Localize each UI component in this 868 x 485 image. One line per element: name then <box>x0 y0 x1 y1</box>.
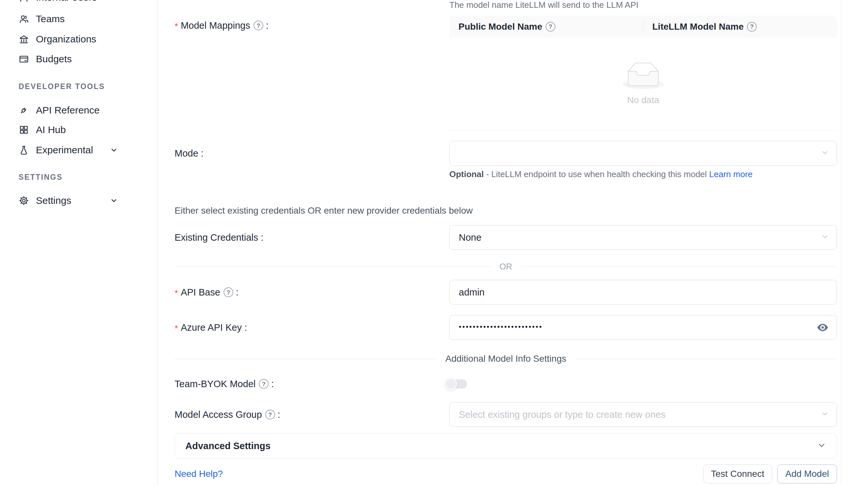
learn-more-link[interactable]: Learn more <box>709 169 752 179</box>
sidebar-item-label: AI Hub <box>36 124 66 135</box>
additional-model-info-divider: Additional Model Info Settings <box>175 353 837 365</box>
existing-credentials-value: None <box>459 232 481 243</box>
model-access-group-label: Model Access Group ? : <box>175 402 280 427</box>
no-data-text: No data <box>627 95 659 105</box>
team-byok-label: Team-BYOK Model ? : <box>175 375 274 393</box>
need-help-link[interactable]: Need Help? <box>175 464 223 483</box>
appstore-icon <box>19 125 29 135</box>
model-mappings-table: Public Model Name ? LiteLLM Model Name ?… <box>450 15 837 130</box>
advanced-settings-panel[interactable]: Advanced Settings <box>175 433 837 459</box>
credit-card-icon <box>19 54 29 64</box>
sidebar-item-internal-users[interactable]: Internal Users <box>0 0 158 8</box>
mode-select[interactable] <box>450 141 837 166</box>
required-marker: * <box>175 288 178 298</box>
litellm-model-name-hint: The model name LiteLLM will send to the … <box>450 0 639 10</box>
sidebar: Internal Users Teams Organizations Budge… <box>0 0 158 485</box>
existing-credentials-label: Existing Credentials : <box>175 225 264 250</box>
sidebar-item-label: Teams <box>36 13 65 25</box>
masked-password-value: •••••••••••••••••••••••• <box>459 323 542 331</box>
gear-icon <box>19 195 29 206</box>
existing-credentials-select[interactable]: None <box>450 225 837 250</box>
column-divider <box>643 21 644 32</box>
azure-api-key-input[interactable]: •••••••••••••••••••••••• <box>450 315 837 340</box>
flask-icon <box>19 145 29 155</box>
sidebar-item-settings[interactable]: Settings <box>0 190 158 211</box>
chevron-down-icon <box>110 196 118 205</box>
test-connect-button[interactable]: Test Connect <box>703 464 772 483</box>
azure-api-key-label: * Azure API Key : <box>175 315 247 340</box>
chevron-down-icon <box>821 148 829 159</box>
chevron-down-icon <box>110 146 118 154</box>
question-circle-icon[interactable]: ? <box>265 410 275 419</box>
api-base-value: admin <box>459 287 485 298</box>
sidebar-item-label: Experimental <box>36 144 93 156</box>
model-access-group-select[interactable]: Select existing groups or type to create… <box>450 402 837 427</box>
sidebar-item-experimental[interactable]: Experimental <box>0 139 158 160</box>
sidebar-item-label: Internal Users <box>36 0 97 3</box>
sidebar-item-api-reference[interactable]: API Reference <box>0 100 158 121</box>
sidebar-item-label: API Reference <box>36 105 99 116</box>
eye-icon[interactable] <box>816 321 830 334</box>
required-marker: * <box>175 21 178 32</box>
table-header: Public Model Name ? LiteLLM Model Name ? <box>450 15 837 37</box>
table-empty-state: No data <box>450 37 837 105</box>
sidebar-item-label: Settings <box>36 195 71 206</box>
sidebar-section-settings: SETTINGS <box>19 173 63 182</box>
question-circle-icon[interactable]: ? <box>747 22 757 32</box>
add-model-button[interactable]: Add Model <box>777 464 837 483</box>
question-circle-icon[interactable]: ? <box>259 379 269 389</box>
sidebar-item-teams[interactable]: Teams <box>0 8 158 29</box>
column-header-litellm-model-name: LiteLLM Model Name ? <box>643 15 837 37</box>
chevron-down-icon <box>821 232 829 243</box>
api-base-label: * API Base ? : <box>175 280 239 304</box>
model-mappings-label: * Model Mappings ? : <box>175 15 269 35</box>
api-plug-icon <box>19 105 29 116</box>
chevron-down-icon <box>817 441 826 451</box>
content-card-right-border <box>841 0 841 485</box>
team-byok-toggle[interactable] <box>445 378 467 390</box>
sidebar-section-developer-tools: DEVELOPER TOOLS <box>19 82 105 91</box>
sidebar-item-ai-hub[interactable]: AI Hub <box>0 119 158 140</box>
question-circle-icon[interactable]: ? <box>223 287 233 297</box>
bank-icon <box>19 34 29 44</box>
mode-help-text: Optional - LiteLLM endpoint to use when … <box>450 167 782 182</box>
user-icon <box>19 0 29 3</box>
or-divider: OR <box>175 261 837 272</box>
column-header-public-model-name: Public Model Name ? <box>450 15 643 37</box>
model-access-group-placeholder: Select existing groups or type to create… <box>459 409 666 420</box>
empty-inbox-icon <box>622 62 664 90</box>
sidebar-item-budgets[interactable]: Budgets <box>0 48 158 69</box>
api-base-input[interactable]: admin <box>450 280 837 304</box>
sidebar-item-organizations[interactable]: Organizations <box>0 29 158 50</box>
teams-icon <box>19 14 29 24</box>
add-model-page: Internal Users Teams Organizations Budge… <box>0 0 868 485</box>
question-circle-icon[interactable]: ? <box>546 22 555 32</box>
advanced-settings-title: Advanced Settings <box>185 441 271 451</box>
sidebar-item-label: Budgets <box>36 54 72 65</box>
question-circle-icon[interactable]: ? <box>253 21 264 30</box>
chevron-down-icon <box>821 409 829 420</box>
sidebar-item-label: Organizations <box>36 34 96 45</box>
mode-label: Mode : <box>175 141 204 166</box>
required-marker: * <box>175 323 178 334</box>
credentials-note: Either select existing credentials OR en… <box>175 205 473 216</box>
